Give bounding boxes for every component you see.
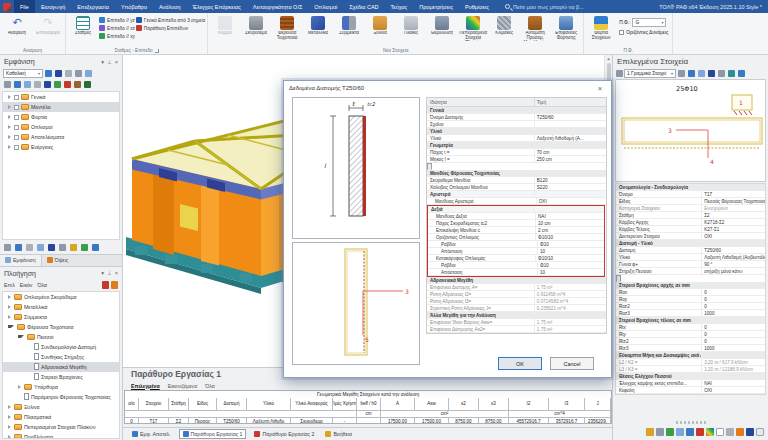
property-row[interactable]: Επιφάνεια Διάτμησης As2= 1.75 m² (427, 326, 606, 333)
property-row[interactable]: Αδρανειακά Μεγέθη (427, 277, 606, 284)
property-row[interactable]: Κόμβος Τέλους K27-Σ1 (616, 226, 765, 233)
property-row[interactable]: Ράβδοι Φ10 (428, 262, 604, 269)
view-tool-button[interactable] (36, 243, 45, 252)
pf-select[interactable]: G ▾ (632, 18, 666, 27)
workspace-filter-tab[interactable]: Εικονιζόμενα (168, 383, 198, 389)
new-element-button[interactable]: Επιφάνειες Φόρτισης (551, 14, 581, 41)
column-header[interactable]: Υλικό Αναφοράς (291, 398, 333, 410)
display-tool-button[interactable] (73, 80, 82, 89)
status-tool-icon[interactable] (676, 428, 684, 436)
status-tool-icon[interactable] (736, 428, 744, 436)
status-tab[interactable]: Εμφ. Αποτελ. (129, 430, 174, 438)
property-row[interactable]: Υλικό Λαξευτή Λιθοδομή (Α... (427, 135, 606, 142)
new-element-button[interactable]: Αυτόματη Προσομ. Μεταλλικών Κτηρίων (520, 14, 550, 41)
display-tree-item[interactable]: Οπλισμοί (3, 122, 119, 132)
property-row[interactable]: Πάχος Σκυροδέματος tc2 10 cm (428, 220, 604, 227)
property-row[interactable]: Κατακόρυφος Οπλισμός Φ10/10 (428, 255, 604, 262)
plane-button[interactable]: Επίπεδο // xy (99, 33, 135, 39)
column-header[interactable]: I2 (509, 398, 549, 410)
property-row[interactable]: Επιφάνεια Ίδιου Βάρους Asw= 1.75 m² (427, 319, 606, 326)
panel-tool-button[interactable] (677, 69, 686, 78)
new-element-button[interactable]: Ξύλινα (365, 14, 395, 36)
property-row[interactable]: Οριζόντιος Οπλισμός Φ10/10 (428, 234, 604, 241)
menu-down-icon[interactable]: ▾ (101, 270, 104, 276)
property-row[interactable]: Γωνία φ+ 90 ° (616, 261, 765, 268)
horizontal-forces-checkbox[interactable] (619, 30, 624, 35)
new-element-button[interactable]: Πλάκες (396, 14, 426, 36)
property-row[interactable]: Κεφαλή ΟΧΙ (616, 387, 765, 394)
visibility-checkbox[interactable] (14, 125, 19, 130)
property-row[interactable]: Δεξιά (428, 206, 604, 213)
visibility-checkbox[interactable] (14, 115, 19, 120)
filter-icon[interactable] (616, 70, 623, 77)
redo-button[interactable]: ↷ Επαναφορά (33, 14, 63, 36)
levels-button[interactable]: Στάθμες (68, 14, 98, 36)
column-header[interactable]: A (381, 398, 415, 410)
file-tab[interactable]: File (14, 0, 35, 13)
property-row[interactable]: Διατομή - Υλικό (616, 240, 765, 247)
ribbon-tab[interactable]: Εισαγωγή (35, 0, 71, 13)
nav-tree-item[interactable]: Υπέρθυρα (3, 382, 119, 392)
property-row[interactable]: Μήκος l = 250 cm (427, 156, 606, 163)
display-tool-button[interactable] (43, 80, 52, 89)
element-loads-button[interactable]: Φορτία Στοιχείων (586, 14, 616, 41)
new-element-button[interactable]: Σύμμεικτα (334, 14, 364, 36)
visibility-checkbox[interactable] (14, 145, 19, 150)
property-row[interactable]: Επικάλυψη Μανδύα c 2 cm (428, 227, 604, 234)
property-row[interactable]: Rtz3 1000 (616, 345, 765, 352)
display-tree-item[interactable]: Ενέργειες (3, 142, 119, 152)
property-row[interactable]: L3 / K3 = 1.20 m / 12188.9 kN/cm (616, 366, 765, 373)
nav-tree-item[interactable]: Πεσσοί (3, 332, 119, 342)
property-row[interactable]: Γενικά (427, 107, 606, 114)
column-header[interactable]: s2 (449, 398, 479, 410)
display-tool-button[interactable] (53, 80, 62, 89)
status-tab[interactable]: Βοήθεια (322, 430, 355, 438)
nav-tree-item[interactable]: Μεταλλικά (3, 302, 119, 312)
visibility-checkbox[interactable] (14, 105, 19, 110)
ribbon-tab[interactable]: Έλεγχος Επάρκειας (187, 0, 247, 13)
property-row[interactable]: Roz3 1000 (616, 310, 765, 317)
status-tool-icon[interactable] (656, 428, 664, 436)
column-header[interactable]: I3 (549, 398, 585, 410)
nav-doc-icon[interactable] (111, 281, 118, 289)
display-tool-button[interactable] (84, 69, 93, 78)
element-type-select[interactable]: 1 Γραμμικά Στοιχεί ▾ (624, 69, 676, 78)
property-row[interactable]: Στρεπτική Ροπή Αδράνειας J= 0.235621 m^4 (427, 305, 606, 312)
display-tree-item[interactable]: Μοντέλο (3, 102, 119, 112)
property-row[interactable]: Rox 0 (616, 289, 765, 296)
sidebar-tab[interactable]: Εμφάνιση (0, 255, 42, 266)
nav-doc-icon[interactable] (102, 281, 109, 289)
section-preview[interactable]: 25Φ10 1 3 4 (615, 79, 766, 182)
property-row[interactable]: Μανδύας Αριστερά ΟΧΙ (427, 198, 606, 205)
property-row[interactable]: Εύκαμπτα Μήκη και Δυσκαμψίες ανά Διεύθυν… (616, 352, 765, 359)
property-row[interactable]: Ονοματολογία - Συνδεσμολογία (616, 184, 765, 191)
status-tool-icon[interactable] (666, 428, 674, 436)
new-element-button[interactable]: Φέρουσα Τοιχοποιία (272, 14, 302, 41)
display-tool-button[interactable] (83, 80, 92, 89)
property-row[interactable]: Μανδύας Δεξιά ΝΑΙ (428, 213, 604, 220)
undo-button[interactable]: ↶ Αναίρεση (2, 14, 32, 36)
new-element-button[interactable]: Πεπερασμένα Στοιχεία Πλακών (458, 14, 488, 41)
new-element-button[interactable]: Σκυρόδεμα (241, 14, 271, 36)
table-row[interactable]: 0T17Σ2ΠεσσόςT250/60Λαξευτή ΛιθοδοΣκυρόδε… (125, 418, 611, 424)
menu-down-icon[interactable]: ▾ (101, 59, 104, 65)
view-tool-button[interactable] (91, 243, 100, 252)
display-tree-item[interactable]: Φορτία (3, 112, 119, 122)
display-tool-button[interactable] (33, 80, 42, 89)
nav-filter-tab[interactable]: Όλα (37, 282, 47, 288)
property-row[interactable]: Όνομα Διατομής T250/60 (427, 114, 606, 121)
ribbon-tab[interactable]: Ρυθμίσεις (459, 0, 495, 13)
ok-button[interactable]: OK (498, 357, 542, 370)
view-tool-button[interactable] (80, 243, 89, 252)
property-row[interactable]: Κόμβος Αρχής K2718-Σ2 (616, 219, 765, 226)
new-element-button[interactable]: Κλίμακες (489, 14, 519, 36)
workspace-filter-tab[interactable]: Επιλεγμένα (131, 383, 160, 389)
ribbon-tab[interactable]: Τεύχος (385, 0, 414, 13)
scroll-up-icon[interactable]: ▲ (607, 56, 611, 61)
close-icon[interactable]: × (115, 270, 118, 276)
property-row[interactable]: Τροποποίηση Αδρανειακών Μεγεθών (616, 275, 621, 282)
display-tool-button[interactable] (64, 69, 73, 78)
property-row[interactable]: Αριστερά (427, 191, 606, 198)
status-tool-icon[interactable] (686, 428, 694, 436)
display-tree-item[interactable]: Αποτελέσματα (3, 132, 119, 142)
